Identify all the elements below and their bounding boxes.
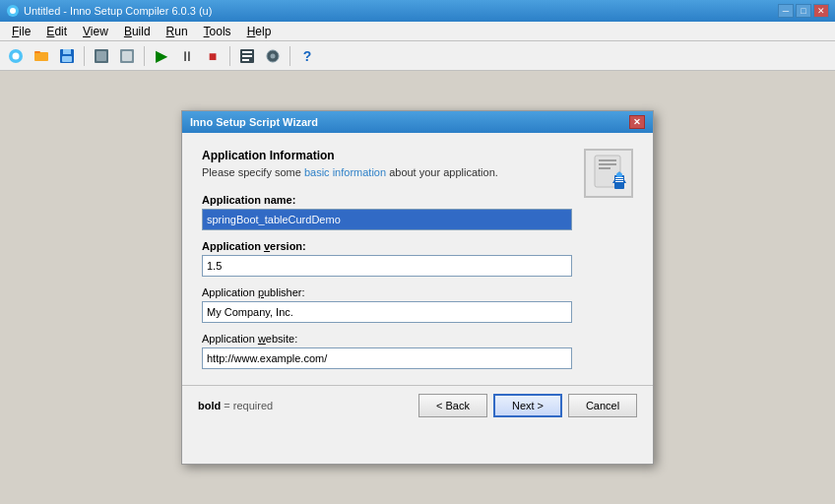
pause-button[interactable]: ⏸	[175, 44, 199, 68]
footer-hint: bold = required	[198, 400, 273, 411]
menu-help[interactable]: Help	[239, 23, 280, 40]
hint-bold: bold	[198, 400, 221, 411]
dialog-title: Inno Setup Script Wizard	[190, 116, 629, 128]
menu-view[interactable]: View	[75, 23, 116, 40]
dialog-close-button[interactable]: ✕	[629, 115, 645, 129]
minimize-button[interactable]: ─	[778, 4, 794, 18]
help-button[interactable]: ?	[295, 44, 319, 68]
save-button[interactable]	[55, 44, 79, 68]
next-button[interactable]: Next >	[493, 394, 562, 417]
svg-rect-10	[96, 51, 106, 61]
footer-buttons: < Back Next > Cancel	[418, 394, 637, 417]
app-publisher-label: Application publisher:	[202, 286, 572, 298]
stop-button[interactable]: ■	[201, 44, 225, 68]
svg-rect-27	[615, 179, 623, 180]
svg-rect-12	[122, 51, 132, 61]
menu-edit[interactable]: Edit	[38, 23, 75, 40]
dialog-overlay: Inno Setup Script Wizard ✕ Application I…	[0, 71, 835, 504]
menu-run[interactable]: Run	[159, 23, 196, 40]
toolbar-sep-1	[84, 46, 85, 66]
settings1-button[interactable]	[235, 44, 259, 68]
back-button[interactable]: < Back	[418, 394, 487, 417]
title-bar: Untitled - Inno Setup Compiler 6.0.3 (u)…	[0, 0, 835, 22]
wizard-dialog: Inno Setup Script Wizard ✕ Application I…	[181, 110, 654, 465]
app-version-input[interactable]	[202, 255, 572, 277]
section-subtitle: Please specify some basic information ab…	[202, 166, 572, 178]
svg-rect-28	[615, 181, 623, 182]
toolbar-sep-3	[229, 46, 230, 66]
svg-rect-20	[599, 159, 616, 161]
svg-point-3	[13, 52, 20, 59]
app-publisher-input[interactable]	[202, 301, 572, 323]
svg-rect-8	[62, 56, 72, 62]
app-version-label: Application version:	[202, 240, 572, 252]
dialog-content: Application Information Please specify s…	[182, 133, 653, 385]
cancel-button[interactable]: Cancel	[568, 394, 637, 417]
app-name-input[interactable]	[202, 209, 572, 230]
wizard-icon	[584, 149, 633, 198]
menu-bar: File Edit View Build Run Tools Help	[0, 22, 835, 41]
run-button[interactable]: ▶	[150, 44, 173, 68]
toolbar: ▶ ⏸ ■ ?	[0, 41, 835, 71]
svg-rect-5	[34, 51, 40, 53]
dialog-footer: bold = required < Back Next > Cancel	[182, 385, 653, 425]
window-controls: ─ □ ✕	[778, 4, 829, 18]
toolbar-sep-4	[289, 46, 290, 66]
browse-button[interactable]	[115, 44, 139, 68]
svg-rect-7	[63, 49, 71, 54]
svg-rect-15	[242, 55, 252, 57]
app-website-input[interactable]	[202, 347, 572, 369]
compile-button[interactable]	[90, 44, 113, 68]
svg-point-1	[10, 8, 16, 14]
svg-rect-21	[599, 163, 616, 165]
svg-point-18	[271, 53, 276, 58]
svg-rect-26	[615, 177, 623, 178]
window-title: Untitled - Inno Setup Compiler 6.0.3 (u)	[24, 5, 778, 17]
menu-tools[interactable]: Tools	[196, 23, 239, 40]
menu-file[interactable]: File	[4, 23, 38, 40]
hint-text: = required	[224, 400, 273, 411]
main-area: Inno Setup Script Wizard ✕ Application I…	[0, 71, 835, 504]
section-title: Application Information	[202, 149, 572, 162]
svg-rect-16	[242, 59, 249, 61]
maximize-button[interactable]: □	[796, 4, 811, 18]
svg-rect-22	[599, 167, 610, 169]
app-name-label: Application name:	[202, 194, 572, 206]
toolbar-sep-2	[144, 46, 145, 66]
open-button[interactable]	[30, 44, 53, 68]
app-website-label: Application website:	[202, 333, 572, 345]
dialog-title-bar: Inno Setup Script Wizard ✕	[182, 111, 653, 133]
dialog-form: Application Information Please specify s…	[202, 149, 572, 369]
svg-rect-4	[34, 52, 48, 61]
app-icon	[6, 4, 20, 18]
settings2-button[interactable]	[261, 44, 285, 68]
close-button[interactable]: ✕	[813, 4, 829, 18]
svg-rect-14	[242, 51, 252, 53]
menu-build[interactable]: Build	[116, 23, 159, 40]
new-button[interactable]	[4, 44, 28, 68]
